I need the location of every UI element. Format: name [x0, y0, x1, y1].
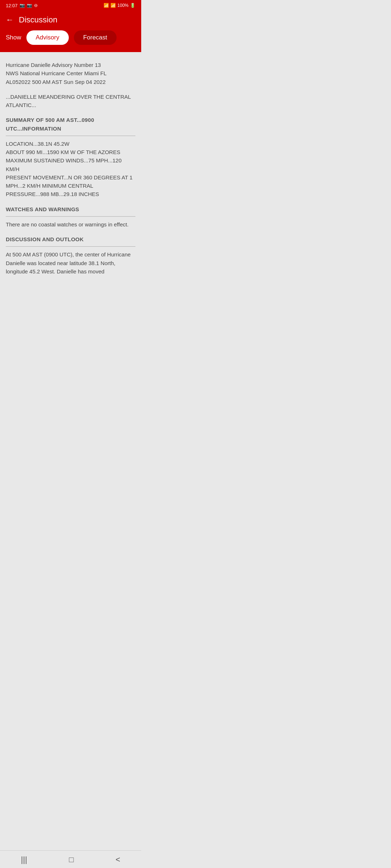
- time-display: 12:07: [6, 3, 18, 8]
- show-row: Show Advisory Forecast: [6, 30, 135, 45]
- discussion-divider: [6, 246, 135, 247]
- content-area: Hurricane Danielle Advisory Number 13 NW…: [0, 52, 141, 311]
- status-time: 12:07 📷 📷 ⊖: [6, 3, 38, 8]
- intro-line1: Hurricane Danielle Advisory Number 13: [6, 61, 135, 69]
- watches-divider: [6, 216, 135, 217]
- summary-heading: SUMMARY OF 500 AM AST...0900 UTC...INFOR…: [6, 116, 135, 133]
- location-text: LOCATION...38.1N 45.2W: [6, 140, 135, 148]
- battery-icon: 🔋: [130, 3, 135, 8]
- notification-icon: 📷: [27, 3, 32, 8]
- headline-block: ...DANIELLE MEANDERING OVER THE CENTRAL …: [6, 93, 135, 110]
- show-label: Show: [6, 34, 21, 41]
- intro-line3: AL052022 500 AM AST Sun Sep 04 2022: [6, 78, 135, 86]
- forecast-button[interactable]: Forecast: [74, 30, 117, 45]
- watches-block: WATCHES AND WARNINGS There are no coasta…: [6, 205, 135, 229]
- signal-icon: 📶: [110, 3, 116, 8]
- movement-text: PRESENT MOVEMENT...N OR 360 DEGREES AT 1…: [6, 173, 135, 199]
- intro-line2: NWS National Hurricane Center Miami FL: [6, 69, 135, 77]
- header: ← Discussion Show Advisory Forecast: [0, 11, 141, 52]
- headline-text: ...DANIELLE MEANDERING OVER THE CENTRAL …: [6, 93, 135, 110]
- dnd-icon: ⊖: [34, 3, 38, 8]
- intro-block: Hurricane Danielle Advisory Number 13 NW…: [6, 61, 135, 86]
- discussion-heading: DISCUSSION AND OUTLOOK: [6, 235, 135, 243]
- summary-divider: [6, 136, 135, 136]
- back-button[interactable]: ←: [6, 15, 14, 25]
- summary-block: SUMMARY OF 500 AM AST...0900 UTC...INFOR…: [6, 116, 135, 198]
- wifi-icon: 📶: [104, 3, 109, 8]
- watches-heading: WATCHES AND WARNINGS: [6, 205, 135, 213]
- status-bar: 12:07 📷 📷 ⊖ 📶 📶 100% 🔋: [0, 0, 141, 11]
- header-title-row: ← Discussion: [6, 15, 135, 25]
- advisory-button[interactable]: Advisory: [26, 30, 69, 45]
- battery-display: 100%: [117, 3, 129, 8]
- camera-icon: 📷: [20, 3, 25, 8]
- status-icons: 📶 📶 100% 🔋: [104, 3, 135, 8]
- discussion-text: At 500 AM AST (0900 UTC), the center of …: [6, 250, 135, 276]
- watches-text: There are no coastal watches or warnings…: [6, 220, 135, 229]
- winds-text: MAXIMUM SUSTAINED WINDS...75 MPH...120 K…: [6, 156, 135, 173]
- discussion-block: DISCUSSION AND OUTLOOK At 500 AM AST (09…: [6, 235, 135, 276]
- page-title: Discussion: [19, 15, 57, 25]
- about-text: ABOUT 990 MI...1590 KM W OF THE AZORES: [6, 148, 135, 156]
